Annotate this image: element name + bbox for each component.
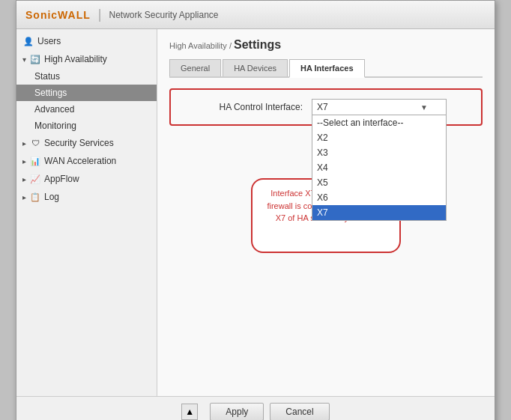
sidebar-item-settings[interactable]: Settings — [16, 85, 157, 101]
sidebar-item-advanced[interactable]: Advanced — [16, 101, 157, 118]
cancel-button[interactable]: Cancel — [270, 403, 329, 420]
expand-arrow-icon: ▸ — [22, 139, 26, 147]
sidebar-item-label: Log — [44, 192, 59, 202]
ha-control-field-row: HA Control Interface: X7 ▼ --Select an i… — [183, 99, 469, 115]
dropdown-option-x2[interactable]: X2 — [312, 130, 446, 145]
sidebar-item-label: WAN Acceleration — [44, 156, 116, 166]
expand-arrow-icon: ▸ — [22, 175, 26, 183]
sidebar: 👤 Users ▾ 🔄 High Availability Status Set… — [16, 29, 157, 396]
dropdown-option-x6[interactable]: X6 — [312, 190, 446, 205]
main-layout: 👤 Users ▾ 🔄 High Availability Status Set… — [16, 29, 495, 396]
sidebar-item-label: Advanced — [34, 104, 74, 115]
dropdown-option-x5[interactable]: X5 — [312, 175, 446, 190]
dropdown-option-x7[interactable]: X7 — [312, 205, 446, 220]
users-icon: 👤 — [22, 35, 34, 47]
security-icon: 🛡 — [29, 137, 41, 149]
title-bar: SonicWALL | Network Security Appliance — [16, 1, 495, 29]
ha-control-dropdown: --Select an interface-- X2 X3 X4 — [312, 115, 447, 221]
sidebar-item-label: High Availability — [44, 54, 107, 64]
title-divider: | — [98, 7, 102, 22]
sidebar-item-users[interactable]: 👤 Users — [16, 32, 157, 50]
dropdown-option-select[interactable]: --Select an interface-- — [312, 115, 446, 130]
dropdown-option-x3[interactable]: X3 — [312, 145, 446, 160]
sidebar-item-high-availability[interactable]: ▾ 🔄 High Availability — [16, 50, 157, 68]
page-title: Settings — [234, 38, 281, 51]
tabs-row: General HA Devices HA Interfaces — [169, 59, 483, 78]
sidebar-item-status[interactable]: Status — [16, 68, 157, 85]
ha-control-label: HA Control Interface: — [183, 102, 303, 112]
sidebar-item-label: Settings — [34, 88, 67, 98]
apply-button[interactable]: Apply — [210, 403, 264, 420]
breadcrumb-parent: High Availability / — [169, 41, 232, 50]
breadcrumb: High Availability / Settings — [169, 38, 483, 52]
sidebar-item-label: Monitoring — [34, 121, 76, 131]
sidebar-item-security-services[interactable]: ▸ 🛡 Security Services — [16, 134, 157, 152]
expand-arrow-icon: ▸ — [22, 193, 26, 201]
main-window: SonicWALL | Network Security Appliance 👤… — [16, 0, 495, 420]
ha-control-select-display[interactable]: X7 ▼ — [312, 99, 447, 115]
ha-icon: 🔄 — [29, 53, 41, 65]
selected-value: X7 — [317, 102, 328, 112]
tab-general[interactable]: General — [169, 59, 221, 76]
appflow-icon: 📈 — [29, 173, 41, 185]
sidebar-item-label: Users — [37, 36, 61, 46]
dropdown-option-x4[interactable]: X4 — [312, 160, 446, 175]
sidebar-item-monitoring[interactable]: Monitoring — [16, 118, 157, 134]
sidebar-item-label: AppFlow — [44, 174, 79, 184]
ha-control-select-wrapper: X7 ▼ --Select an interface-- X2 X3 — [312, 99, 447, 115]
wan-icon: 📊 — [29, 155, 41, 167]
dropdown-arrow-icon: ▼ — [420, 103, 428, 112]
product-name: Network Security Appliance — [109, 10, 218, 20]
sidebar-item-log[interactable]: ▸ 📋 Log — [16, 188, 157, 206]
sidebar-item-wan-acceleration[interactable]: ▸ 📊 WAN Acceleration — [16, 152, 157, 170]
sidebar-item-label: Status — [34, 71, 60, 82]
scroll-up-icon: ▲ — [185, 407, 194, 417]
brand-logo: SonicWALL — [25, 9, 91, 21]
expand-arrow-icon: ▸ — [22, 157, 26, 165]
sidebar-item-appflow[interactable]: ▸ 📈 AppFlow — [16, 170, 157, 188]
sidebar-item-label: Security Services — [44, 138, 114, 148]
tab-ha-devices[interactable]: HA Devices — [223, 59, 288, 76]
ha-control-section: HA Control Interface: X7 ▼ --Select an i… — [169, 88, 483, 126]
content-area: High Availability / Settings General HA … — [157, 29, 495, 396]
log-icon: 📋 — [29, 191, 41, 203]
scroll-up-button[interactable]: ▲ — [181, 404, 198, 420]
expand-arrow-icon: ▾ — [22, 55, 26, 64]
tab-ha-interfaces[interactable]: HA Interfaces — [289, 59, 365, 78]
bottom-bar: ▲ Apply Cancel — [16, 396, 495, 420]
